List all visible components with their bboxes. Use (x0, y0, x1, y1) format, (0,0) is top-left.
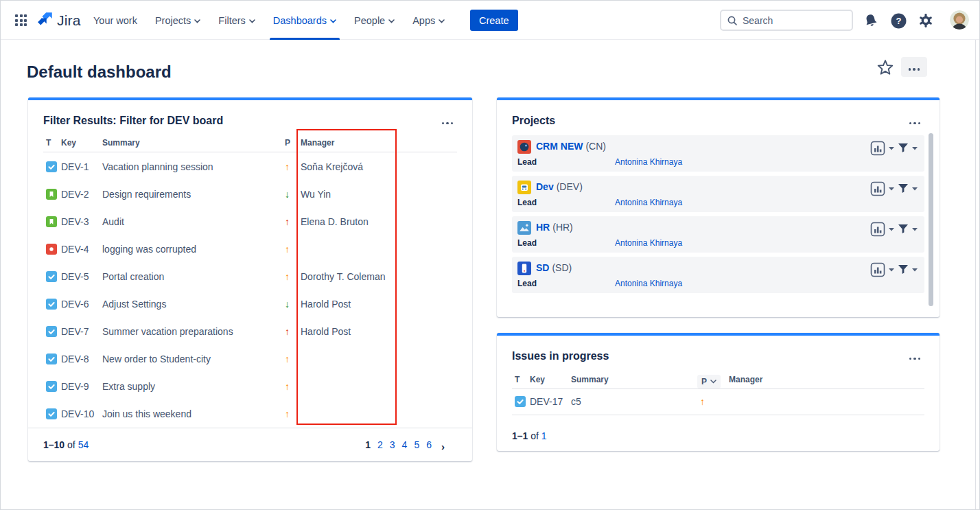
issue-manager: Dorothy T. Coleman (301, 263, 385, 290)
chevron-down-icon (388, 19, 395, 23)
gadget-more-icon[interactable] (905, 349, 924, 364)
browser-scrollbar-track[interactable] (975, 40, 976, 509)
project-icon-crm (517, 140, 531, 154)
bug-icon (46, 244, 57, 255)
col-summary[interactable]: Summary (102, 138, 140, 148)
nav-apps[interactable]: Apps (404, 1, 454, 40)
page-5[interactable]: 5 (414, 439, 419, 450)
chart-dropdown-caret-icon[interactable] (889, 187, 894, 191)
issue-manager: Elena D. Bruton (301, 208, 369, 235)
task-icon (46, 271, 57, 282)
page-6[interactable]: 6 (426, 439, 432, 450)
lead-link[interactable]: Antonina Khirnaya (615, 198, 682, 207)
col-manager[interactable]: Manager (729, 375, 762, 384)
task-icon (46, 299, 57, 310)
issue-row[interactable]: DEV-8 New order to Student-city ↑ (28, 345, 472, 373)
chart-button[interactable] (870, 262, 885, 277)
search-box[interactable] (720, 10, 853, 31)
filter-dropdown-caret-icon[interactable] (912, 187, 918, 191)
col-type[interactable]: T (46, 138, 51, 148)
page-2[interactable]: 2 (377, 439, 383, 450)
page-3[interactable]: 3 (390, 439, 395, 450)
gadget-more-icon[interactable] (905, 113, 924, 128)
col-priority-sorted[interactable]: P (697, 375, 721, 389)
filter-dropdown-caret-icon[interactable] (912, 228, 918, 231)
user-avatar[interactable] (950, 10, 969, 30)
total-count-link[interactable]: 54 (78, 439, 89, 450)
gadget-title: Issues in progress (512, 350, 609, 362)
nav-your-work[interactable]: Your work (84, 1, 146, 40)
priority-down-icon: ↓ (285, 181, 290, 208)
page-1[interactable]: 1 (365, 439, 371, 450)
scrollbar-thumb[interactable] (929, 133, 933, 306)
issue-row[interactable]: DEV-6 Adjust Settings ↓ Harold Post (28, 290, 472, 318)
search-input[interactable] (743, 15, 839, 26)
col-key[interactable]: Key (530, 375, 545, 384)
chart-dropdown-caret-icon[interactable] (889, 147, 894, 150)
project-name-link[interactable]: HR (536, 222, 550, 233)
app-switcher-icon[interactable] (13, 12, 30, 29)
nav-filters[interactable]: Filters (209, 1, 264, 40)
favorite-star-icon[interactable] (876, 59, 894, 77)
nav-projects[interactable]: Projects (146, 1, 209, 40)
issue-row[interactable]: DEV-10 Join us this weekend ↑ (28, 400, 472, 428)
issue-row[interactable]: DEV-5 Portal creation ↑ Dorothy T. Colem… (28, 263, 472, 290)
gadget-more-icon[interactable] (438, 113, 457, 128)
issue-row[interactable]: DEV-9 Extra supply ↑ (28, 373, 472, 400)
project-name-link[interactable]: SD (536, 262, 549, 273)
lead-link[interactable]: Antonina Khirnaya (615, 238, 682, 248)
settings-gear-icon[interactable] (918, 12, 934, 29)
issue-summary: Audit (102, 208, 124, 235)
task-icon (46, 326, 57, 337)
issue-summary: logging was corrupted (102, 235, 196, 263)
chart-button[interactable] (870, 181, 885, 196)
filter-funnel-icon[interactable] (898, 184, 909, 194)
filter-dropdown-caret-icon[interactable] (912, 147, 918, 150)
issue-row[interactable]: DEV-3 Audit ↑ Elena D. Bruton (28, 208, 472, 235)
col-manager[interactable]: Manager (301, 138, 334, 148)
issue-row[interactable]: DEV-4 logging was corrupted ↑ (28, 235, 472, 263)
filter-funnel-icon[interactable] (898, 224, 909, 234)
issue-summary: New order to Student-city (102, 345, 211, 373)
pagination-bar: 1–10 of 54 1 2 3 4 5 6 › (28, 428, 472, 461)
chart-button[interactable] (870, 222, 885, 237)
issue-table-body: DEV-1 Vacation planning session ↑ Soňa K… (28, 153, 472, 428)
project-name-link[interactable]: CRM NEW (536, 141, 583, 152)
total-count-link[interactable]: 1 (541, 430, 547, 441)
issue-summary: Vacation planning session (102, 153, 213, 181)
col-type[interactable]: T (515, 375, 520, 384)
next-page-icon[interactable]: › (441, 441, 445, 452)
primary-nav: Your work Projects Filters Dashboards Pe… (84, 1, 454, 40)
filter-funnel-icon[interactable] (898, 265, 909, 275)
chart-dropdown-caret-icon[interactable] (889, 268, 894, 272)
notifications-bell-icon[interactable] (863, 12, 879, 29)
project-name-link[interactable]: Dev (536, 181, 554, 192)
project-list: CRM NEW(CN) Lead Antonina Khirnaya Dev(D… (512, 135, 924, 297)
page-4[interactable]: 4 (402, 439, 408, 450)
lead-link[interactable]: Antonina Khirnaya (615, 279, 682, 288)
dashboard-more-button[interactable] (901, 57, 927, 77)
issue-row[interactable]: DEV-2 Design requirements ↓ Wu Yin (28, 181, 472, 208)
col-summary[interactable]: Summary (571, 375, 609, 384)
col-priority[interactable]: P (285, 138, 290, 148)
issue-key: DEV-17 (530, 389, 563, 415)
filter-dropdown-caret-icon[interactable] (912, 268, 918, 272)
issue-row[interactable]: DEV-17 c5 ↑ (497, 389, 940, 415)
project-icon-hr (517, 221, 531, 235)
issue-manager: Harold Post (301, 318, 351, 345)
nav-dashboards[interactable]: Dashboards (264, 1, 345, 40)
issue-row[interactable]: DEV-1 Vacation planning session ↑ Soňa K… (28, 153, 472, 181)
issues-in-progress-gadget: Issues in progress T Key Summary P Manag… (497, 333, 940, 451)
help-icon[interactable]: ? (890, 12, 907, 29)
create-button[interactable]: Create (470, 10, 518, 31)
lead-link[interactable]: Antonina Khirnaya (615, 157, 682, 167)
chart-dropdown-caret-icon[interactable] (889, 228, 894, 231)
chart-button[interactable] (870, 141, 885, 156)
task-icon (515, 396, 526, 407)
nav-people[interactable]: People (345, 1, 404, 40)
col-key[interactable]: Key (61, 138, 76, 148)
jira-logo[interactable]: Jira (36, 10, 81, 31)
pagination-bar: 1–1 of 1 (497, 421, 940, 451)
filter-funnel-icon[interactable] (898, 143, 909, 153)
issue-row[interactable]: DEV-7 Summer vacation preparations ↑ Har… (28, 318, 472, 345)
